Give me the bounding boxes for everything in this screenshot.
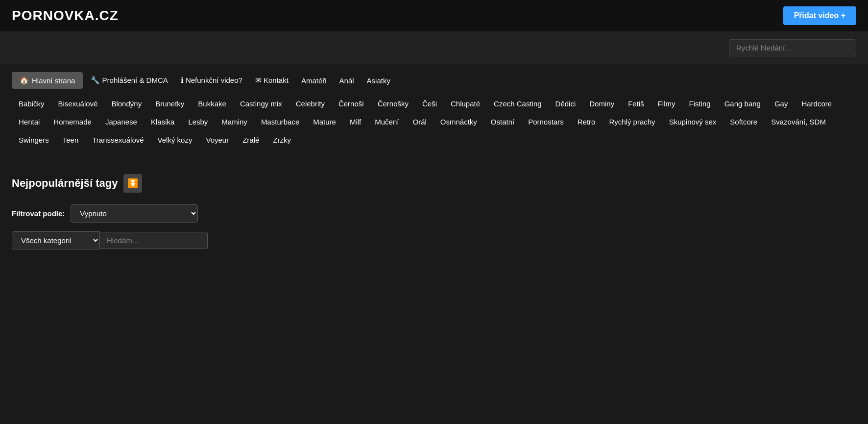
category-item[interactable]: Gang bang <box>718 96 768 112</box>
category-item[interactable]: Filmy <box>651 96 682 112</box>
category-item[interactable]: Maminy <box>215 114 254 130</box>
category-item[interactable]: Castingy mix <box>233 96 289 112</box>
category-select[interactable]: Všech kategorií <box>12 231 100 249</box>
header: PORNOVKA.CZ Přidat video + <box>0 0 868 31</box>
category-item[interactable]: Gay <box>768 96 795 112</box>
categories-list: BabičkyBisexuálovéBlondýnyBrunetkyBukkak… <box>12 96 856 148</box>
category-item[interactable]: Fetiš <box>621 96 651 112</box>
category-item[interactable]: Orál <box>406 114 433 130</box>
category-item[interactable]: Babičky <box>12 96 51 112</box>
category-item[interactable]: Czech Casting <box>487 96 549 112</box>
nav-item-prohlaseni-dmca[interactable]: 🔧 Prohlášení & DMCA <box>86 72 172 89</box>
category-item[interactable]: Klasika <box>144 114 181 130</box>
category-item[interactable]: Dědici <box>549 96 583 112</box>
category-item[interactable]: Mature <box>306 114 343 130</box>
nav-item-nefunkcni-video[interactable]: ℹ Nefunkční video? <box>176 72 247 89</box>
nav-item-anal[interactable]: Anál <box>335 73 359 89</box>
nav-label-hlavni-strana: Hlavní strana <box>32 76 75 85</box>
filter-label: Filtrovat podle: <box>12 209 65 218</box>
nav-item-amateři[interactable]: Amatéři <box>296 73 332 89</box>
category-item[interactable]: Homemade <box>47 114 98 130</box>
tags-search-input[interactable] <box>100 232 208 249</box>
category-item[interactable]: Hardcore <box>795 96 839 112</box>
category-item[interactable]: Blondýny <box>104 96 148 112</box>
tags-header: Nejpopulárnější tagy ⏬ <box>12 174 856 193</box>
category-item[interactable]: Brunetky <box>148 96 191 112</box>
flag-icon: 🔧 <box>91 76 100 84</box>
category-item[interactable]: Masturbace <box>254 114 306 130</box>
category-item[interactable]: Skupinový sex <box>662 114 723 130</box>
category-item[interactable]: Zrzky <box>266 132 298 148</box>
logo: PORNOVKA.CZ <box>12 8 119 24</box>
category-item[interactable]: Osmnáctky <box>434 114 484 130</box>
tags-collapse-button[interactable]: ⏬ <box>123 174 142 193</box>
add-video-button[interactable]: Přidat video + <box>783 6 856 25</box>
nav-item-hlavni-strana[interactable]: 🏠 Hlavní strana <box>12 72 83 89</box>
category-item[interactable]: Celebrity <box>289 96 332 112</box>
category-item[interactable]: Bisexuálové <box>51 96 105 112</box>
search-bar-area <box>0 31 868 64</box>
category-item[interactable]: Chlupaté <box>444 96 487 112</box>
chevron-down-icon: ⏬ <box>127 178 138 189</box>
nav-item-asiatky[interactable]: Asiatky <box>362 73 395 89</box>
category-item[interactable]: Rychlý prachy <box>602 114 662 130</box>
category-item[interactable]: Milf <box>343 114 368 130</box>
envelope-icon: ✉ <box>255 76 262 84</box>
nav-item-kontakt[interactable]: ✉ Kontakt <box>250 72 293 89</box>
info-icon: ℹ <box>181 76 184 84</box>
category-item[interactable]: Velký kozy <box>151 132 199 148</box>
filter-select[interactable]: VypnutoZapnuto <box>71 204 198 223</box>
category-item[interactable]: Voyeur <box>199 132 236 148</box>
category-item[interactable]: Lesby <box>181 114 215 130</box>
category-item[interactable]: Softcore <box>723 114 764 130</box>
category-item[interactable]: Fisting <box>682 96 717 112</box>
filter-row: Filtrovat podle: VypnutoZapnuto <box>12 204 856 223</box>
category-item[interactable]: Swingers <box>12 132 56 148</box>
search-tags-row: Všech kategorií <box>12 231 856 249</box>
category-item[interactable]: Teen <box>56 132 86 148</box>
tags-title: Nejpopulárnější tagy <box>12 177 118 190</box>
category-item[interactable]: Japanese <box>98 114 144 130</box>
top-nav: 🏠 Hlavní strana 🔧 Prohlášení & DMCA ℹ Ne… <box>12 72 856 89</box>
category-item[interactable]: Češi <box>415 96 444 112</box>
category-item[interactable]: Svazování, SDM <box>764 114 833 130</box>
category-item[interactable]: Zralé <box>236 132 266 148</box>
home-icon: 🏠 <box>20 76 29 85</box>
category-item[interactable]: Transsexuálové <box>85 132 150 148</box>
category-item[interactable]: Hentai <box>12 114 47 130</box>
category-item[interactable]: Pornostars <box>521 114 571 130</box>
search-input[interactable] <box>729 39 856 56</box>
category-item[interactable]: Černošky <box>371 96 415 112</box>
category-item[interactable]: Dominy <box>582 96 621 112</box>
category-item[interactable]: Mučení <box>368 114 406 130</box>
category-item[interactable]: Retro <box>571 114 603 130</box>
category-item[interactable]: Ostatní <box>484 114 521 130</box>
category-item[interactable]: Černoši <box>332 96 371 112</box>
tags-section: Nejpopulárnější tagy ⏬ Filtrovat podle: … <box>0 160 868 261</box>
nav-area: 🏠 Hlavní strana 🔧 Prohlášení & DMCA ℹ Ne… <box>0 64 868 160</box>
category-item[interactable]: Bukkake <box>191 96 233 112</box>
